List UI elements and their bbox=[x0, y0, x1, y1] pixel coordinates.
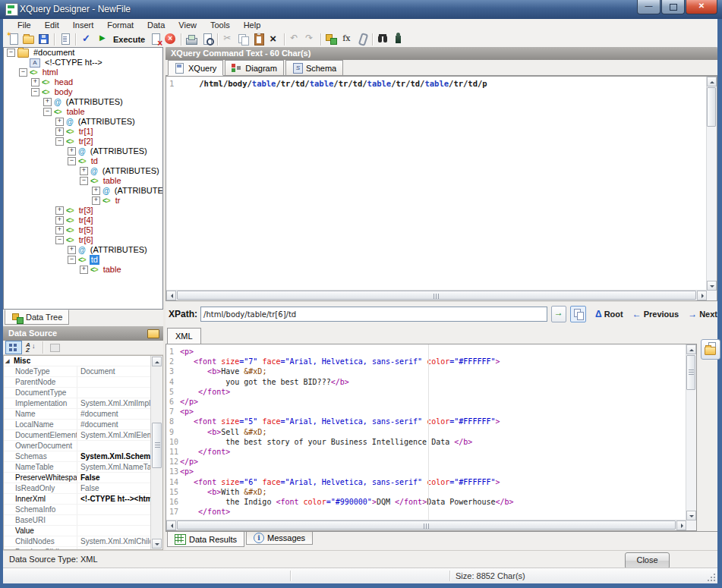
tree-node-tr-6-[interactable]: −<>tr[6] bbox=[4, 235, 162, 245]
tree-node-td[interactable]: −<>td bbox=[4, 255, 162, 265]
code-line-5[interactable]: 5 </font> bbox=[166, 387, 686, 397]
tree-expander-icon[interactable]: + bbox=[68, 147, 76, 156]
scrollbar-thumb[interactable] bbox=[707, 87, 716, 127]
code-line-8[interactable]: 8 <font size="5" face="Arial, Helvetica,… bbox=[166, 417, 686, 426]
xpath-copy-button[interactable] bbox=[570, 306, 586, 322]
xml-vertical-scrollbar[interactable] bbox=[686, 344, 696, 520]
menu-insert[interactable]: Insert bbox=[66, 20, 101, 30]
property-row-misc[interactable]: Misc bbox=[4, 356, 151, 366]
tree-node-html[interactable]: −<>html bbox=[4, 68, 162, 77]
code-line-7[interactable]: 7<p> bbox=[166, 407, 686, 417]
find-icon[interactable] bbox=[377, 33, 390, 46]
tree-expander-icon[interactable]: − bbox=[55, 236, 64, 244]
code-line-2[interactable]: 2 <font size="7" face="Arial, Helvetica,… bbox=[166, 357, 686, 366]
xquery-vertical-scrollbar[interactable] bbox=[706, 77, 717, 291]
scroll-right-button[interactable] bbox=[676, 520, 686, 530]
tree-expander-icon[interactable]: − bbox=[19, 68, 27, 77]
tree-node-table[interactable]: +<>table bbox=[4, 265, 162, 275]
function-icon[interactable]: fx bbox=[340, 33, 354, 46]
tree-node-table[interactable]: −<>table bbox=[4, 107, 162, 117]
property-row-parentnode[interactable]: ParentNode bbox=[4, 377, 151, 388]
code-line-17[interactable]: 17 </font> bbox=[166, 507, 686, 517]
property-row-isreadonly[interactable]: IsReadOnlyFalse bbox=[4, 483, 151, 494]
code-line-16[interactable]: 16 the Indigo <font color="#990000">DQM … bbox=[166, 497, 686, 507]
property-row-baseuri[interactable]: BaseURI bbox=[4, 515, 151, 526]
tab-data-results[interactable]: Data Results bbox=[167, 532, 244, 547]
close-button[interactable]: Close bbox=[625, 552, 670, 569]
property-row-localname[interactable]: LocalName#document bbox=[4, 420, 151, 430]
tree-expander-icon[interactable]: − bbox=[7, 49, 15, 57]
previous-button[interactable]: ← Previous bbox=[632, 309, 679, 319]
menu-edit[interactable]: Edit bbox=[38, 20, 66, 30]
xml-code-editor[interactable]: 1<p>2 <font size="7" face="Arial, Helvet… bbox=[166, 344, 697, 531]
menu-data[interactable]: Data bbox=[140, 20, 172, 30]
scroll-down-button[interactable] bbox=[707, 281, 717, 291]
menu-help[interactable]: Help bbox=[237, 20, 268, 30]
tree-node-body[interactable]: −<>body bbox=[4, 87, 162, 97]
tree-node-tr-2-[interactable]: −<>tr[2] bbox=[4, 137, 162, 146]
menu-format[interactable]: Format bbox=[100, 20, 140, 30]
attach-icon[interactable] bbox=[355, 33, 369, 46]
xquery-code-editor[interactable]: 1 /html/body/table/tr/td/table/tr/td/tab… bbox=[166, 76, 717, 301]
tree-node--document[interactable]: −#document bbox=[4, 48, 162, 58]
tree-node-tr-3-[interactable]: +<>tr[3] bbox=[4, 206, 162, 215]
check-icon[interactable]: ✓ bbox=[80, 33, 93, 46]
tab-data-tree[interactable]: Data Tree bbox=[5, 310, 69, 325]
code-line-13[interactable]: 13<p> bbox=[166, 467, 686, 476]
root-button[interactable]: Δ Root bbox=[595, 309, 623, 319]
tree-expander-icon[interactable]: − bbox=[80, 177, 88, 185]
xpath-go-button[interactable]: → bbox=[551, 306, 567, 322]
delete-icon[interactable]: × bbox=[267, 33, 281, 46]
tree-node-head[interactable]: +<>head bbox=[4, 77, 162, 87]
property-row-implementation[interactable]: ImplementationSystem.Xml.XmlImplemen bbox=[4, 398, 151, 409]
resize-grip[interactable] bbox=[708, 574, 715, 581]
xslt-icon[interactable] bbox=[325, 33, 339, 46]
tree-expander-icon[interactable]: − bbox=[68, 256, 76, 264]
next-button[interactable]: → Next bbox=[688, 309, 717, 319]
tree-node-table[interactable]: −<>table bbox=[4, 176, 162, 186]
scrollbar-thumb[interactable] bbox=[152, 423, 162, 468]
tree-expander-icon[interactable]: + bbox=[55, 127, 64, 136]
code-line-10[interactable]: 10 the best story of your Business Intel… bbox=[166, 437, 686, 447]
load-xml-button[interactable] bbox=[701, 339, 720, 360]
property-row-ownerdocument[interactable]: OwnerDocument bbox=[4, 441, 151, 451]
open-icon[interactable] bbox=[22, 33, 36, 46]
scroll-down-button[interactable] bbox=[686, 511, 696, 520]
tree-node-tr-1-[interactable]: +<>tr[1] bbox=[4, 127, 162, 137]
xml-horizontal-scrollbar[interactable] bbox=[166, 520, 686, 530]
code-line-9[interactable]: 9 <b>Sell &#xD; bbox=[166, 427, 686, 437]
xpath-input[interactable] bbox=[200, 307, 547, 322]
property-row-childnodes[interactable]: ChildNodesSystem.Xml.XmlChildNod bbox=[4, 536, 151, 547]
tree-node--attributes-[interactable]: +@(ATTRIBUTES) bbox=[4, 245, 162, 255]
property-grid-scrollbar[interactable] bbox=[150, 356, 162, 549]
print-preview-icon[interactable] bbox=[200, 33, 214, 46]
scroll-up-button[interactable] bbox=[686, 344, 696, 354]
tree-expander-icon[interactable]: + bbox=[55, 226, 64, 234]
folder-open-icon[interactable] bbox=[147, 329, 159, 338]
cut-icon[interactable]: ✂ bbox=[222, 33, 235, 46]
property-row-innerxml[interactable]: InnerXml<!-CTYPE ht--><html bbox=[4, 494, 151, 505]
property-row-nametable[interactable]: NameTableSystem.Xml.NameTable bbox=[4, 462, 151, 473]
tree-expander-icon[interactable]: − bbox=[43, 108, 52, 116]
tree-node-td[interactable]: −<>td bbox=[4, 156, 162, 166]
code-line-12[interactable]: 12</p> bbox=[166, 457, 686, 467]
cancel-execute-icon[interactable]: × bbox=[149, 33, 162, 46]
tab-messages[interactable]: i Messages bbox=[246, 532, 313, 545]
maximize-button[interactable] bbox=[661, 0, 685, 14]
tree-expander-icon[interactable]: + bbox=[92, 187, 100, 195]
property-row-documentelement[interactable]: DocumentElementSystem.Xml.XmlElement bbox=[4, 430, 151, 441]
tree-expander-icon[interactable]: + bbox=[55, 206, 64, 215]
property-row-schemainfo[interactable]: SchemaInfo bbox=[4, 505, 151, 515]
code-line-14[interactable]: 14 <font size="6" face="Arial, Helvetica… bbox=[166, 477, 686, 487]
scroll-right-button[interactable] bbox=[697, 291, 707, 300]
code-line-1[interactable]: 1<p> bbox=[166, 347, 686, 357]
tree-expander-icon[interactable]: + bbox=[80, 167, 88, 175]
property-pages-button[interactable] bbox=[46, 341, 63, 354]
tree-expander-icon[interactable]: + bbox=[80, 266, 88, 274]
tree-expander-icon[interactable]: − bbox=[55, 137, 64, 146]
menu-file[interactable]: File bbox=[11, 20, 38, 30]
menu-tools[interactable]: Tools bbox=[203, 20, 237, 30]
copy-icon[interactable] bbox=[237, 33, 251, 46]
scrollbar-thumb[interactable] bbox=[686, 355, 695, 390]
stop-icon[interactable]: × bbox=[164, 33, 178, 46]
